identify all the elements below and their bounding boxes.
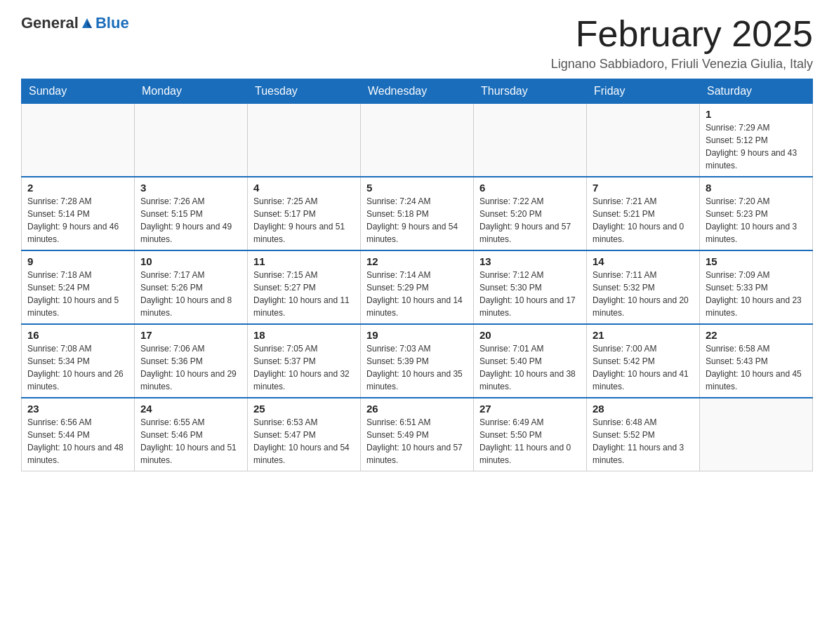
header-sunday: Sunday <box>22 79 135 104</box>
calendar-cell: 7Sunrise: 7:21 AMSunset: 5:21 PMDaylight… <box>587 177 700 250</box>
header-wednesday: Wednesday <box>361 79 474 104</box>
calendar-cell: 6Sunrise: 7:22 AMSunset: 5:20 PMDaylight… <box>474 177 587 250</box>
day-number: 22 <box>706 329 807 341</box>
header-thursday: Thursday <box>474 79 587 104</box>
day-info: Sunrise: 6:48 AMSunset: 5:52 PMDaylight:… <box>593 416 694 467</box>
day-number: 9 <box>27 255 128 267</box>
calendar-cell <box>22 104 135 177</box>
day-number: 23 <box>27 403 128 415</box>
calendar-cell <box>361 104 474 177</box>
day-number: 24 <box>140 403 241 415</box>
day-info: Sunrise: 7:08 AMSunset: 5:34 PMDaylight:… <box>27 342 128 393</box>
calendar-cell: 12Sunrise: 7:14 AMSunset: 5:29 PMDayligh… <box>361 250 474 324</box>
day-info: Sunrise: 7:15 AMSunset: 5:27 PMDaylight:… <box>253 269 355 319</box>
day-number: 25 <box>253 403 355 415</box>
day-number: 5 <box>366 182 468 194</box>
day-info: Sunrise: 6:49 AMSunset: 5:50 PMDaylight:… <box>479 416 581 467</box>
day-number: 17 <box>140 329 241 341</box>
calendar-week-2: 2Sunrise: 7:28 AMSunset: 5:14 PMDaylight… <box>22 177 813 250</box>
day-number: 20 <box>479 329 581 341</box>
calendar-cell: 20Sunrise: 7:01 AMSunset: 5:40 PMDayligh… <box>474 324 587 398</box>
calendar-cell: 9Sunrise: 7:18 AMSunset: 5:24 PMDaylight… <box>22 250 135 324</box>
header-row: Sunday Monday Tuesday Wednesday Thursday… <box>22 79 813 104</box>
calendar-cell <box>474 104 587 177</box>
header-friday: Friday <box>587 79 700 104</box>
day-info: Sunrise: 7:12 AMSunset: 5:30 PMDaylight:… <box>479 269 581 319</box>
calendar-cell <box>135 104 248 177</box>
calendar-cell: 13Sunrise: 7:12 AMSunset: 5:30 PMDayligh… <box>474 250 587 324</box>
calendar-cell: 2Sunrise: 7:28 AMSunset: 5:14 PMDaylight… <box>22 177 135 250</box>
day-number: 12 <box>366 255 468 267</box>
day-info: Sunrise: 7:29 AMSunset: 5:12 PMDaylight:… <box>706 121 807 172</box>
day-info: Sunrise: 7:17 AMSunset: 5:26 PMDaylight:… <box>140 269 241 319</box>
calendar-cell: 23Sunrise: 6:56 AMSunset: 5:44 PMDayligh… <box>22 398 135 471</box>
day-number: 3 <box>140 182 241 194</box>
day-number: 13 <box>479 255 581 267</box>
day-info: Sunrise: 6:56 AMSunset: 5:44 PMDaylight:… <box>27 416 128 467</box>
day-number: 28 <box>593 403 694 415</box>
logo: General Blue <box>21 14 129 32</box>
day-info: Sunrise: 7:25 AMSunset: 5:17 PMDaylight:… <box>253 195 355 246</box>
calendar-cell: 18Sunrise: 7:05 AMSunset: 5:37 PMDayligh… <box>248 324 361 398</box>
calendar-cell: 5Sunrise: 7:24 AMSunset: 5:18 PMDaylight… <box>361 177 474 250</box>
day-info: Sunrise: 7:24 AMSunset: 5:18 PMDaylight:… <box>366 195 468 246</box>
day-number: 6 <box>479 182 581 194</box>
day-info: Sunrise: 7:14 AMSunset: 5:29 PMDaylight:… <box>366 269 468 319</box>
calendar-cell: 14Sunrise: 7:11 AMSunset: 5:32 PMDayligh… <box>587 250 700 324</box>
calendar-cell: 24Sunrise: 6:55 AMSunset: 5:46 PMDayligh… <box>135 398 248 471</box>
day-info: Sunrise: 7:11 AMSunset: 5:32 PMDaylight:… <box>593 269 694 319</box>
day-number: 26 <box>366 403 468 415</box>
day-info: Sunrise: 7:01 AMSunset: 5:40 PMDaylight:… <box>479 342 581 393</box>
day-info: Sunrise: 7:26 AMSunset: 5:15 PMDaylight:… <box>140 195 241 246</box>
day-info: Sunrise: 6:53 AMSunset: 5:47 PMDaylight:… <box>253 416 355 467</box>
day-info: Sunrise: 7:03 AMSunset: 5:39 PMDaylight:… <box>366 342 468 393</box>
calendar-cell: 25Sunrise: 6:53 AMSunset: 5:47 PMDayligh… <box>248 398 361 471</box>
calendar-cell <box>248 104 361 177</box>
day-number: 4 <box>253 182 355 194</box>
calendar-cell: 26Sunrise: 6:51 AMSunset: 5:49 PMDayligh… <box>361 398 474 471</box>
header-tuesday: Tuesday <box>248 79 361 104</box>
calendar-cell: 4Sunrise: 7:25 AMSunset: 5:17 PMDaylight… <box>248 177 361 250</box>
day-number: 10 <box>140 255 241 267</box>
location-subtitle: Lignano Sabbiadoro, Friuli Venezia Giuli… <box>551 57 813 72</box>
day-number: 18 <box>253 329 355 341</box>
day-info: Sunrise: 7:05 AMSunset: 5:37 PMDaylight:… <box>253 342 355 393</box>
day-number: 8 <box>706 182 807 194</box>
day-info: Sunrise: 7:18 AMSunset: 5:24 PMDaylight:… <box>27 269 128 319</box>
calendar-cell: 16Sunrise: 7:08 AMSunset: 5:34 PMDayligh… <box>22 324 135 398</box>
calendar-cell <box>587 104 700 177</box>
calendar-cell: 3Sunrise: 7:26 AMSunset: 5:15 PMDaylight… <box>135 177 248 250</box>
day-number: 19 <box>366 329 468 341</box>
day-info: Sunrise: 7:21 AMSunset: 5:21 PMDaylight:… <box>593 195 694 246</box>
day-number: 7 <box>593 182 694 194</box>
calendar-week-5: 23Sunrise: 6:56 AMSunset: 5:44 PMDayligh… <box>22 398 813 471</box>
page-header: General Blue February 2025 Lignano Sabbi… <box>21 14 813 72</box>
day-info: Sunrise: 7:22 AMSunset: 5:20 PMDaylight:… <box>479 195 581 246</box>
calendar-cell: 1Sunrise: 7:29 AMSunset: 5:12 PMDaylight… <box>700 104 813 177</box>
logo-icon <box>79 15 95 31</box>
logo-blue: Blue <box>95 14 129 32</box>
day-info: Sunrise: 7:09 AMSunset: 5:33 PMDaylight:… <box>706 269 807 319</box>
day-number: 2 <box>27 182 128 194</box>
calendar-week-4: 16Sunrise: 7:08 AMSunset: 5:34 PMDayligh… <box>22 324 813 398</box>
calendar-cell: 11Sunrise: 7:15 AMSunset: 5:27 PMDayligh… <box>248 250 361 324</box>
header-saturday: Saturday <box>700 79 813 104</box>
calendar-week-1: 1Sunrise: 7:29 AMSunset: 5:12 PMDaylight… <box>22 104 813 177</box>
day-number: 11 <box>253 255 355 267</box>
day-info: Sunrise: 6:58 AMSunset: 5:43 PMDaylight:… <box>706 342 807 393</box>
calendar-cell: 27Sunrise: 6:49 AMSunset: 5:50 PMDayligh… <box>474 398 587 471</box>
title-block: February 2025 Lignano Sabbiadoro, Friuli… <box>551 14 813 72</box>
calendar-week-3: 9Sunrise: 7:18 AMSunset: 5:24 PMDaylight… <box>22 250 813 324</box>
day-number: 1 <box>706 108 807 120</box>
logo-general: General <box>21 14 79 32</box>
calendar-cell: 22Sunrise: 6:58 AMSunset: 5:43 PMDayligh… <box>700 324 813 398</box>
calendar-cell: 17Sunrise: 7:06 AMSunset: 5:36 PMDayligh… <box>135 324 248 398</box>
day-number: 14 <box>593 255 694 267</box>
day-info: Sunrise: 7:06 AMSunset: 5:36 PMDaylight:… <box>140 342 241 393</box>
day-info: Sunrise: 7:28 AMSunset: 5:14 PMDaylight:… <box>27 195 128 246</box>
calendar-cell: 10Sunrise: 7:17 AMSunset: 5:26 PMDayligh… <box>135 250 248 324</box>
header-monday: Monday <box>135 79 248 104</box>
day-info: Sunrise: 6:55 AMSunset: 5:46 PMDaylight:… <box>140 416 241 467</box>
day-info: Sunrise: 6:51 AMSunset: 5:49 PMDaylight:… <box>366 416 468 467</box>
month-title: February 2025 <box>551 14 813 54</box>
